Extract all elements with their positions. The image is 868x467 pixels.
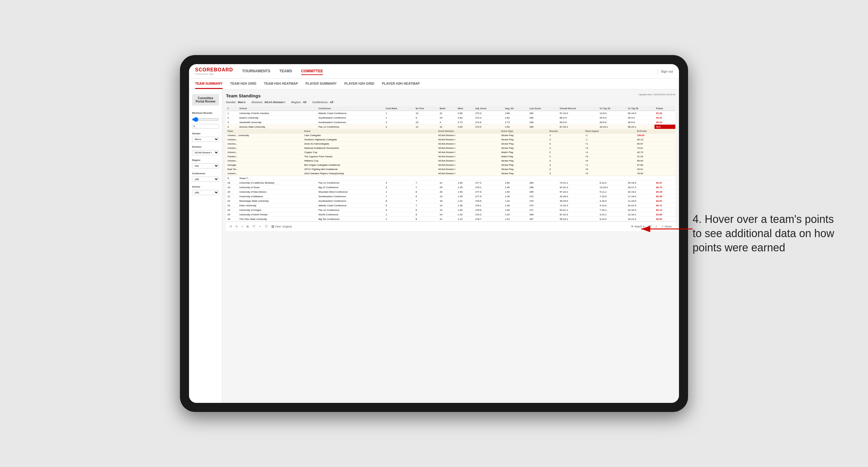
sub-nav: TEAM SUMMARY TEAM H2H GRID TEAM H2H HEAT…: [189, 79, 679, 90]
forward-button[interactable]: ⟩: [242, 225, 243, 228]
table-row[interactable]: 25 University of North Florida ASUN Conf…: [226, 212, 675, 217]
redo-button[interactable]: ↻: [236, 225, 238, 228]
tab-team-h2h-grid[interactable]: TEAM H2H GRID: [230, 79, 256, 89]
event-row: Univers... National Invitational Tournam…: [226, 146, 675, 150]
sidebar-division-label: Division: [192, 146, 219, 148]
app-header: SCOREBOARD Powered by clipp TOURNAMENTS …: [189, 64, 679, 79]
table-row[interactable]: 21 University of Alabama Southeastern Co…: [226, 194, 675, 199]
th-conference: Conference: [317, 106, 384, 111]
filter-division: Division: NCAA Division I: [252, 101, 285, 104]
event-row: Univers... Amer An Intercollegiate NCAA …: [226, 142, 675, 146]
sidebar-section-region: Region N/A All: [192, 159, 219, 168]
division-select[interactable]: NCAA Division I NCAA Division II NCAA Di…: [192, 150, 219, 155]
table-row[interactable]: 1 University of North Carolina Atlantic …: [226, 111, 675, 116]
table-row[interactable]: 2 Auburn University Southeastern Confere…: [226, 116, 675, 120]
view-original-button[interactable]: 🖼 View: Original: [271, 225, 291, 228]
rank-cell: 1: [226, 111, 238, 116]
points-cell[interactable]: 90.20: [654, 120, 675, 125]
th-rank: #: [226, 106, 238, 111]
info-button[interactable]: ⓘ: [265, 224, 268, 228]
app-logo: SCOREBOARD: [195, 67, 233, 72]
table-row[interactable]: 20 University of New Mexico Mountain Wes…: [226, 190, 675, 194]
event-row: Univers... Copper Cup NCAA Division I Ma…: [226, 150, 675, 155]
filter-row: Gender: Men's Division: NCAA Division I …: [226, 101, 675, 104]
min-rounds-slider[interactable]: [192, 116, 219, 123]
region-select[interactable]: N/A All: [192, 163, 219, 168]
th-vs-top50: Vs Top 50: [626, 106, 654, 111]
copy-button[interactable]: ❐: [252, 225, 255, 228]
table-row[interactable]: 18 University of California, Berkeley Pa…: [226, 181, 675, 185]
table-row[interactable]: 23 Duke University Atlantic Coast Confer…: [226, 203, 675, 208]
header-divider: [657, 69, 658, 74]
annotation-text: 4. Hover over a team's points to see add…: [692, 212, 844, 255]
points-cell-highlighted[interactable]: 78.5: [654, 125, 675, 129]
th-overall-record: Overall Record: [558, 106, 598, 111]
conference-select[interactable]: (All): [192, 177, 219, 182]
th-vs-top25: Vs Top 25: [598, 106, 626, 111]
school-select[interactable]: (All): [192, 190, 219, 195]
sidebar: Committee Portal Review Minimum Rounds G…: [189, 90, 222, 403]
grid-button[interactable]: ⊞: [247, 225, 249, 228]
sidebar-section-school: School (All): [192, 185, 219, 195]
tablet-screen: SCOREBOARD Powered by clipp TOURNAMENTS …: [189, 64, 679, 403]
tab-player-h2h-heatmap[interactable]: PLAYER H2H HEATMAP: [382, 79, 420, 89]
main-content: Committee Portal Review Minimum Rounds G…: [189, 90, 679, 403]
sidebar-region-label: Region: [192, 159, 219, 161]
points-cell[interactable]: 93.31: [654, 116, 675, 120]
th-low-score: Low Score: [528, 106, 558, 111]
expanded-events-row: Team Event Event Division Event Type Rou…: [226, 129, 675, 176]
school-cell: University of North Carolina: [238, 111, 317, 116]
table-row-expanded[interactable]: 4 Arizona State University Pac-12 Confer…: [226, 125, 675, 129]
table-row[interactable]: 19 University of Texas Big 12 Conference…: [226, 185, 675, 190]
th-avg-sg: Avg. SG: [503, 106, 528, 111]
tab-player-h2h-grid[interactable]: PLAYER H2H GRID: [344, 79, 374, 89]
nav-tournaments[interactable]: TOURNAMENTS: [242, 68, 270, 75]
content-panel: Team Standings Update time: 13/03/2024 1…: [222, 90, 679, 403]
table-row[interactable]: 5 Texas T...: [226, 176, 675, 181]
add-button[interactable]: ＋: [258, 224, 261, 228]
app-logo-sub: Powered by clipp: [195, 72, 233, 75]
bottom-toolbar: ↺ ↻ ⟩ ⊞ ❐ ＋ ⓘ 🖼 View: Original 👁 Watch ▾…: [226, 221, 675, 231]
undo-button[interactable]: ↺: [229, 225, 232, 228]
sidebar-school-label: School: [192, 185, 219, 188]
update-time: Update time: 13/03/2024 10:03:42: [639, 93, 675, 96]
header-right: Sign out: [657, 69, 673, 74]
gender-select[interactable]: Men's Women's: [192, 137, 219, 142]
table-header-row: # School Conference Conf Rank No Tour Bn…: [226, 106, 675, 111]
main-nav: TOURNAMENTS TEAMS COMMITTEE: [242, 68, 657, 75]
filter-region: Region: All: [291, 101, 306, 104]
event-row: Georgia Ben Hogan Collegiate Invitationa…: [226, 163, 675, 167]
nav-committee[interactable]: COMMITTEE: [301, 68, 323, 75]
sidebar-section-division: Division NCAA Division I NCAA Division I…: [192, 146, 219, 155]
nav-teams[interactable]: TEAMS: [279, 68, 292, 75]
tab-team-h2h-heatmap[interactable]: TEAM H2H HEATMAP: [264, 79, 298, 89]
table-row[interactable]: 3 Vanderbilt University Southeastern Con…: [226, 120, 675, 125]
th-adj-score: Adj. Score: [474, 106, 503, 111]
th-conf-rank: Conf Rank: [384, 106, 414, 111]
tab-team-summary[interactable]: TEAM SUMMARY: [195, 79, 223, 89]
conf-cell: Atlantic Coast Conference: [317, 111, 384, 116]
th-points: Points: [654, 106, 675, 111]
table-row[interactable]: 26 The Ohio State University Big Ten Con…: [226, 217, 675, 221]
panel-header: Team Standings Update time: 13/03/2024 1…: [226, 93, 675, 98]
points-cell[interactable]: 97.02: [654, 111, 675, 116]
sidebar-section-conference: Conference (All): [192, 172, 219, 182]
event-row: Florida I... The Cypress Point Classic N…: [226, 155, 675, 159]
sidebar-min-rounds-label: Minimum Rounds: [192, 112, 219, 114]
filter-gender: Gender: Men's: [226, 101, 246, 104]
th-wins: Wins: [456, 106, 474, 111]
sidebar-conference-label: Conference: [192, 172, 219, 175]
committee-portal-label: Committee Portal Review: [192, 94, 219, 105]
event-row: Univers... University Cato Collegiate NC…: [226, 133, 675, 137]
event-row: East Tei... OFCC Fighting Illini Invitat…: [226, 167, 675, 172]
sign-out-button[interactable]: Sign out: [661, 69, 673, 73]
logo-area: SCOREBOARD Powered by clipp: [195, 67, 233, 75]
panel-title: Team Standings: [226, 93, 261, 98]
tab-player-summary[interactable]: PLAYER SUMMARY: [306, 79, 337, 89]
min-rounds-input[interactable]: [192, 124, 219, 129]
arrow-annotation: [638, 224, 699, 234]
table-row[interactable]: 24 University of Oregon Pac-12 Conferenc…: [226, 208, 675, 212]
th-no-tour: No Tour: [414, 106, 438, 111]
table-row[interactable]: 22 Mississippi State University Southeas…: [226, 199, 675, 203]
sidebar-section-min-rounds: Minimum Rounds: [192, 112, 219, 129]
